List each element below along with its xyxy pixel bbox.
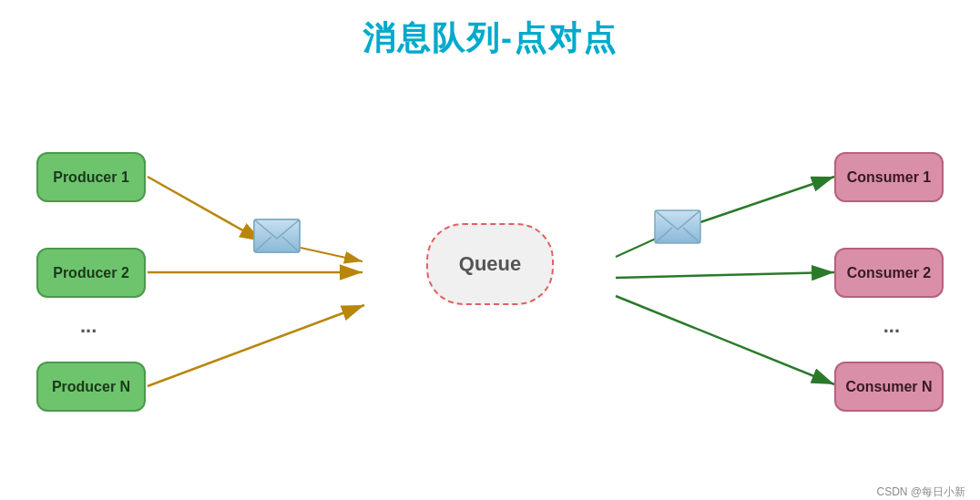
page-title: 消息队列-点对点	[0, 0, 980, 61]
svg-line-8	[616, 272, 834, 278]
queue-box: Queue	[426, 223, 554, 305]
watermark: CSDN @每日小新	[876, 485, 965, 500]
envelope-left-icon	[253, 219, 301, 253]
svg-line-4	[148, 305, 364, 386]
svg-line-9	[616, 296, 834, 384]
envelope-right-icon	[654, 209, 701, 244]
diagram: Queue Producer 1 Producer 2 Producer N C…	[0, 70, 980, 500]
producer-1: Producer 1	[36, 152, 146, 202]
dots-left: ...	[80, 314, 97, 338]
consumer-1: Consumer 1	[834, 152, 944, 202]
dots-right: ...	[883, 314, 900, 338]
svg-line-5	[301, 248, 362, 261]
queue-label: Queue	[459, 252, 521, 276]
svg-line-2	[148, 177, 262, 241]
consumer-2: Consumer 2	[834, 248, 944, 298]
producer-n: Producer N	[36, 362, 146, 412]
svg-line-6	[616, 239, 656, 257]
svg-line-7	[692, 177, 834, 225]
consumer-n: Consumer N	[834, 362, 944, 412]
producer-2: Producer 2	[36, 248, 146, 298]
